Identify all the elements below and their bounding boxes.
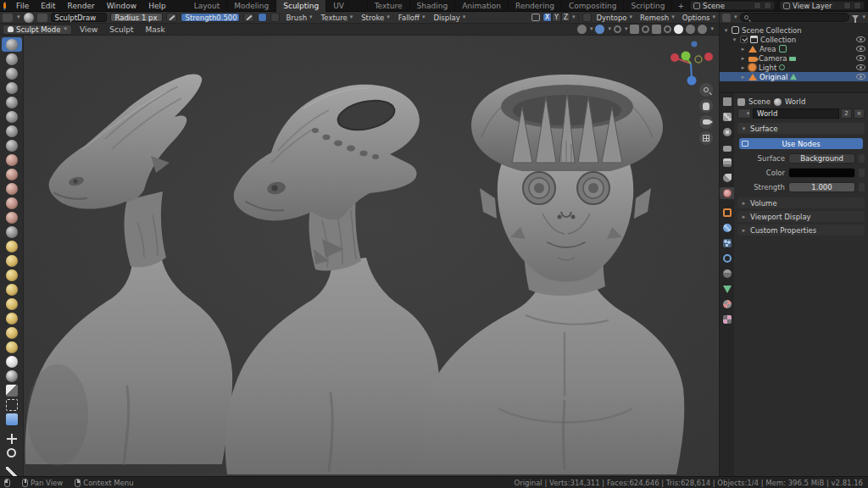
properties-tab-particles[interactable] bbox=[720, 237, 734, 249]
menu-window[interactable]: Window bbox=[101, 0, 143, 12]
tab-uv-editing[interactable]: UV Editing bbox=[326, 0, 367, 12]
options-popover[interactable]: Options ▾ bbox=[679, 13, 719, 23]
tab-sculpting[interactable]: Sculpting bbox=[276, 0, 326, 12]
properties-tab-constraints[interactable] bbox=[720, 268, 734, 280]
brush-name-field[interactable]: SculptDraw bbox=[51, 13, 107, 22]
viewport-3d[interactable] bbox=[24, 36, 719, 476]
tab-compositing[interactable]: Compositing bbox=[562, 0, 624, 12]
tool-layer[interactable] bbox=[2, 95, 22, 109]
tab-rendering[interactable]: Rendering bbox=[509, 0, 562, 12]
tool-grab[interactable] bbox=[2, 239, 22, 253]
popover-stroke[interactable]: Stroke▾ bbox=[358, 13, 393, 23]
tool-draw[interactable] bbox=[2, 37, 22, 52]
editor-type-icon[interactable] bbox=[3, 14, 13, 22]
new-scene-button[interactable] bbox=[754, 2, 761, 9]
properties-tab-render[interactable] bbox=[720, 126, 734, 138]
dyntopo-toggle[interactable] bbox=[582, 13, 592, 22]
outliner-row-light[interactable]: ▸Light bbox=[720, 63, 868, 72]
expand-icon[interactable]: ▾ bbox=[732, 36, 737, 43]
properties-tab-modifiers[interactable] bbox=[720, 222, 734, 234]
hide-in-viewport-icon[interactable] bbox=[856, 46, 865, 52]
tool-multi-plane-scrape[interactable] bbox=[2, 210, 22, 225]
hide-in-viewport-icon[interactable] bbox=[856, 36, 865, 42]
fake-user-button[interactable]: 2 bbox=[841, 108, 852, 119]
popover-texture[interactable]: Texture▾ bbox=[318, 13, 357, 23]
symmetry-z-button[interactable]: Z bbox=[561, 13, 570, 22]
tool-slide-relax[interactable] bbox=[2, 340, 22, 354]
chevron-down-icon[interactable]: ▾ bbox=[862, 14, 865, 20]
tool-move[interactable] bbox=[2, 431, 22, 446]
snapping-icon[interactable] bbox=[595, 25, 604, 34]
perspective-toggle-button[interactable] bbox=[699, 131, 713, 145]
tab-shading[interactable]: Shading bbox=[410, 0, 456, 12]
hide-in-viewport-icon[interactable] bbox=[856, 74, 865, 80]
camera-view-button[interactable] bbox=[699, 115, 713, 129]
transform-orientation-icon[interactable] bbox=[577, 25, 587, 34]
outliner-row-camera[interactable]: ▸Camera bbox=[720, 53, 868, 63]
direction-subtract-button[interactable] bbox=[270, 13, 280, 22]
blender-logo-icon[interactable] bbox=[3, 2, 6, 10]
tool-rotate[interactable] bbox=[2, 325, 22, 340]
tool-clay-strips[interactable] bbox=[2, 80, 22, 95]
properties-tab-physics[interactable] bbox=[720, 252, 734, 264]
tool-box-mask[interactable] bbox=[2, 383, 22, 397]
axis-z[interactable] bbox=[687, 76, 697, 86]
new-view-layer-button[interactable] bbox=[843, 2, 851, 9]
tool-draw-sharp[interactable] bbox=[2, 52, 22, 66]
popover-falloff[interactable]: Falloff▾ bbox=[395, 13, 429, 23]
xray-icon[interactable] bbox=[652, 25, 661, 34]
animate-dot[interactable] bbox=[859, 169, 865, 177]
animate-dot[interactable] bbox=[859, 154, 865, 163]
world-strength-field[interactable]: 1.000 bbox=[788, 182, 855, 192]
tool-clay[interactable] bbox=[2, 66, 22, 80]
axis-z-negative[interactable] bbox=[692, 42, 698, 47]
menu-help[interactable]: Help bbox=[142, 0, 172, 12]
expand-icon[interactable]: ▸ bbox=[740, 64, 746, 71]
tool-nudge[interactable] bbox=[2, 311, 22, 325]
surface-type-dropdown[interactable]: Background bbox=[788, 153, 855, 164]
tool-mask[interactable] bbox=[2, 369, 22, 383]
zoom-button[interactable] bbox=[699, 83, 713, 97]
filter-icon[interactable] bbox=[852, 15, 859, 19]
pan-button[interactable] bbox=[699, 99, 713, 113]
browse-world-button[interactable]: ▾ bbox=[737, 108, 751, 119]
tab-layout[interactable]: Layout bbox=[187, 0, 228, 12]
tool-box-select[interactable] bbox=[2, 412, 22, 426]
tab-modeling[interactable]: Modeling bbox=[227, 0, 276, 12]
tool-thumb[interactable] bbox=[2, 282, 22, 297]
mode-selector[interactable]: Sculpt Mode ▾ bbox=[3, 25, 72, 35]
symmetry-y-button[interactable]: Y bbox=[552, 13, 561, 22]
expand-icon[interactable]: ▸ bbox=[740, 55, 746, 62]
tool-pose[interactable] bbox=[2, 297, 22, 311]
viewport-menu-view[interactable]: View bbox=[74, 24, 103, 36]
tool-crease[interactable] bbox=[2, 138, 22, 152]
properties-tab-scene[interactable] bbox=[720, 172, 734, 184]
brush-preview-icon[interactable] bbox=[24, 13, 34, 23]
tool-smooth[interactable] bbox=[2, 152, 22, 167]
properties-tab-texture[interactable] bbox=[720, 313, 734, 325]
tool-blob[interactable] bbox=[2, 124, 22, 138]
scene-selector[interactable]: Scene bbox=[690, 1, 775, 10]
use-nodes-button[interactable]: Use Nodes bbox=[739, 138, 863, 149]
dyntopo-popover[interactable]: Dyntopo ▾ bbox=[593, 13, 636, 23]
axis-y[interactable] bbox=[682, 52, 691, 61]
breadcrumb-scene[interactable]: Scene bbox=[748, 97, 771, 106]
symmetry-x-button[interactable]: X bbox=[542, 13, 552, 22]
viewport-menu-sculpt[interactable]: Sculpt bbox=[103, 24, 139, 36]
outliner-row-collection[interactable]: ▾Collection bbox=[720, 35, 868, 44]
tool-simplify[interactable] bbox=[2, 354, 22, 369]
tab-scripting[interactable]: Scripting bbox=[624, 0, 672, 12]
radius-pressure-button[interactable] bbox=[166, 13, 177, 22]
hide-in-viewport-icon[interactable] bbox=[856, 64, 865, 70]
tool-snake-hook[interactable] bbox=[2, 268, 22, 282]
popover-display[interactable]: Display▾ bbox=[430, 13, 469, 23]
color-swatch[interactable] bbox=[788, 168, 855, 178]
proportional-editing-icon[interactable] bbox=[614, 25, 621, 33]
unlink-scene-button[interactable] bbox=[764, 2, 771, 9]
view-layer-selector[interactable]: View Layer bbox=[780, 1, 865, 10]
outliner-search-input[interactable] bbox=[740, 13, 850, 22]
tool-scrape[interactable] bbox=[2, 196, 22, 210]
menu-render[interactable]: Render bbox=[62, 0, 101, 12]
properties-tab-object[interactable] bbox=[720, 207, 734, 219]
outliner-editor-icon[interactable] bbox=[722, 14, 731, 22]
